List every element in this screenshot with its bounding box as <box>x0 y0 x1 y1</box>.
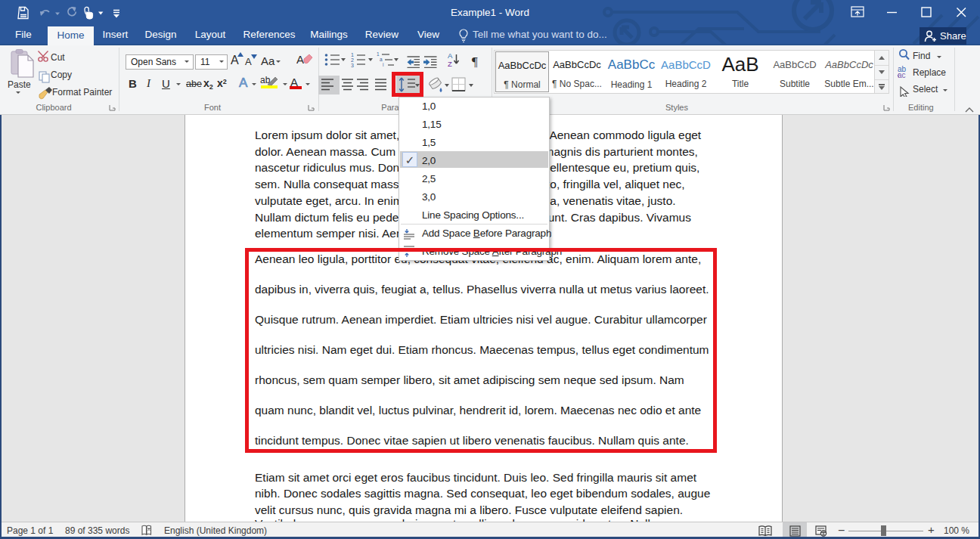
svg-text:ac: ac <box>898 71 906 79</box>
svg-text:2: 2 <box>351 57 354 63</box>
svg-text:3: 3 <box>351 63 354 68</box>
svg-text:i: i <box>383 62 383 67</box>
svg-text:A: A <box>296 53 304 66</box>
svg-text:a: a <box>380 57 383 62</box>
svg-text:1: 1 <box>351 52 354 57</box>
svg-text:1: 1 <box>377 51 380 57</box>
svg-text:¶: ¶ <box>472 54 478 69</box>
svg-text:A: A <box>448 51 453 60</box>
svg-text:Z: Z <box>448 60 452 68</box>
